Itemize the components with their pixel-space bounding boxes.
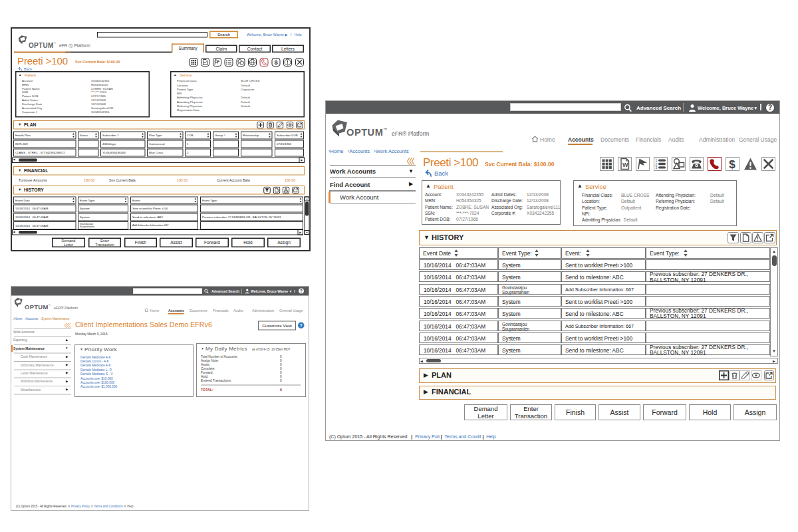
svg-text:W: W bbox=[622, 162, 628, 168]
svg-text:$: $ bbox=[729, 158, 735, 171]
svg-text:A: A bbox=[285, 189, 287, 192]
svg-text:3: 3 bbox=[656, 166, 658, 170]
svg-text:$: $ bbox=[274, 59, 278, 66]
